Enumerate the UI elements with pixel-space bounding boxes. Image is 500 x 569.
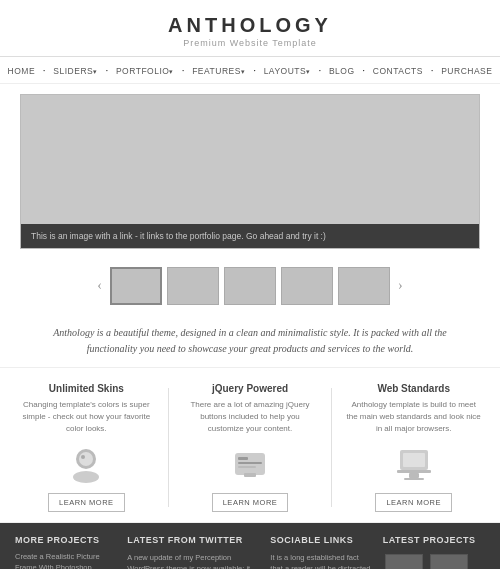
- feature-skins: Unlimited Skins Changing template's colo…: [10, 383, 163, 512]
- nav-contacts[interactable]: CONTACTS: [373, 66, 423, 76]
- feature-jquery-title: jQuery Powered: [182, 383, 319, 394]
- thumb-1[interactable]: [110, 267, 162, 305]
- features-section: Unlimited Skins Changing template's colo…: [0, 368, 500, 523]
- skins-icon: [62, 443, 110, 485]
- feature-skins-title: Unlimited Skins: [18, 383, 155, 394]
- feature-skins-desc: Changing template's colors is super simp…: [18, 399, 155, 435]
- divider-1: [168, 388, 169, 507]
- footer-more-projects: MORE PROJECTS Create a Realistic Picture…: [15, 535, 117, 569]
- feature-standards-title: Web Standards: [345, 383, 482, 394]
- svg-rect-13: [404, 478, 424, 480]
- thumb-5[interactable]: [338, 267, 390, 305]
- feature-skins-btn[interactable]: LEARN MORE: [48, 493, 125, 512]
- main-nav: HOME · SLIDERS · PORTFOLIO · FEATURES · …: [0, 57, 500, 84]
- svg-rect-6: [238, 462, 262, 464]
- prev-slide-button[interactable]: ‹: [94, 278, 105, 294]
- site-subtitle: Premium Website Template: [0, 38, 500, 48]
- nav-home[interactable]: HOME: [8, 66, 36, 76]
- hero-slider[interactable]: This is an image with a link - it links …: [20, 94, 480, 249]
- footer-col4-title: LATEST PROJECTS: [383, 535, 485, 545]
- nav-portfolio[interactable]: PORTFOLIO: [116, 66, 174, 76]
- hero-caption: This is an image with a link - it links …: [21, 224, 479, 248]
- svg-rect-10: [403, 453, 425, 467]
- standards-icon: [390, 443, 438, 485]
- footer-twitter: LATEST FROM TWITTER A new update of my P…: [127, 535, 260, 569]
- svg-rect-8: [244, 473, 256, 477]
- footer-col3-title: SOCIABLE LINKS: [270, 535, 372, 545]
- divider-2: [331, 388, 332, 507]
- thumb-4[interactable]: [281, 267, 333, 305]
- next-slide-button[interactable]: ›: [395, 278, 406, 294]
- svg-point-1: [73, 471, 99, 483]
- svg-point-2: [79, 452, 93, 466]
- feature-jquery-desc: There are a lot of amazing jQuery button…: [182, 399, 319, 435]
- nav-blog[interactable]: BLOG: [329, 66, 355, 76]
- footer-social: SOCIABLE LINKS It is a long established …: [270, 535, 372, 569]
- nav-features[interactable]: FEATURES: [192, 66, 245, 76]
- nav-purchase[interactable]: PURCHASE: [441, 66, 492, 76]
- footer-col2-text: A new update of my Perception WordPress …: [127, 552, 260, 569]
- footer-col2-title: LATEST FROM TWITTER: [127, 535, 260, 545]
- feature-jquery-btn[interactable]: LEARN MORE: [212, 493, 289, 512]
- nav-sliders[interactable]: SLIDERS: [53, 66, 97, 76]
- site-description: Anthology is a beautiful theme, designed…: [0, 313, 500, 368]
- jquery-icon: [226, 443, 274, 485]
- svg-rect-7: [238, 466, 256, 468]
- feature-standards-btn[interactable]: LEARN MORE: [375, 493, 452, 512]
- thumbnail-row: ‹ ›: [0, 259, 500, 313]
- feature-standards: Web Standards Anthology template is buil…: [337, 383, 490, 512]
- footer-latest-projects: LATEST PROJECTS: [383, 535, 485, 569]
- thumb-2[interactable]: [167, 267, 219, 305]
- header: antholoGY Premium Website Template HOME …: [0, 0, 500, 84]
- footer-col1-title: MORE PROJECTS: [15, 535, 117, 545]
- svg-rect-11: [397, 470, 431, 473]
- footer-link-1[interactable]: Create a Realistic Picture Frame With Ph…: [15, 552, 117, 569]
- svg-point-3: [81, 455, 85, 459]
- feature-standards-desc: Anthology template is build to meet the …: [345, 399, 482, 435]
- latest-thumb-2[interactable]: [430, 554, 468, 569]
- latest-thumb-1[interactable]: [385, 554, 423, 569]
- footer: MORE PROJECTS Create a Realistic Picture…: [0, 523, 500, 569]
- site-title: antholoGY: [0, 14, 500, 37]
- svg-rect-12: [409, 473, 419, 478]
- thumb-3[interactable]: [224, 267, 276, 305]
- feature-jquery: jQuery Powered There are a lot of amazin…: [174, 383, 327, 512]
- footer-col3-text: It is a long established fact that a rea…: [270, 552, 372, 569]
- svg-rect-5: [238, 457, 248, 460]
- nav-layouts[interactable]: LAYOUTS: [264, 66, 311, 76]
